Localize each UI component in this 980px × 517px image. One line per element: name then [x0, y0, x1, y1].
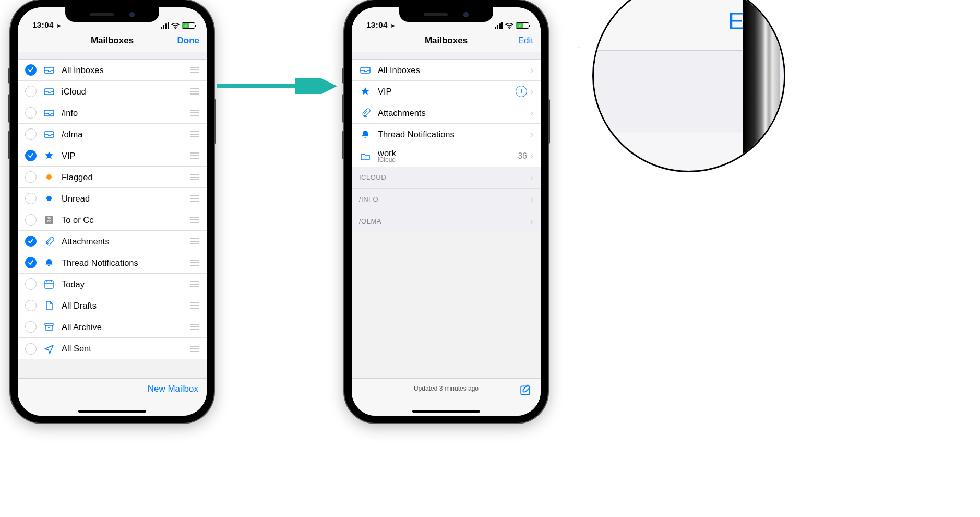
paperclip-icon	[43, 236, 55, 246]
reorder-handle[interactable]	[188, 302, 199, 309]
send-icon	[43, 344, 55, 354]
section-label: /INFO	[359, 195, 378, 203]
chevron-icon: ›	[530, 108, 533, 119]
checkbox[interactable]	[25, 300, 37, 311]
mailbox-row[interactable]: VIPi›	[352, 81, 541, 102]
reorder-handle[interactable]	[188, 217, 199, 223]
reorder-handle[interactable]	[188, 131, 199, 137]
mailbox-row[interactable]: Attachments›	[352, 102, 541, 124]
checkbox[interactable]	[25, 86, 37, 97]
account-section[interactable]: /OLMA›	[352, 210, 541, 232]
doc-icon	[43, 300, 55, 311]
mailbox-edit-row[interactable]: To or Cc	[18, 209, 207, 231]
account-sections: ICLOUD›/INFO›/OLMA›	[352, 167, 541, 232]
mailbox-edit-row[interactable]: All Archive	[18, 316, 207, 338]
checkbox[interactable]	[25, 278, 37, 290]
info-button[interactable]: i	[516, 86, 527, 97]
row-label: Today	[62, 279, 188, 289]
reorder-handle[interactable]	[188, 195, 199, 202]
toolbar: New Mailbox	[18, 378, 207, 416]
mailbox-edit-list: All InboxesiCloud/info/olmaVIPFlaggedUnr…	[18, 60, 207, 359]
row-label: Thread Notifications	[378, 130, 527, 139]
reorder-handle[interactable]	[188, 152, 199, 159]
svg-line-8	[578, 47, 581, 48]
transition-arrow	[217, 78, 337, 94]
edit-button[interactable]: Edit	[518, 36, 533, 46]
reorder-handle[interactable]	[188, 324, 199, 330]
mailbox-edit-row[interactable]: Today	[18, 274, 207, 295]
mailbox-row[interactable]: workiCloud36›	[352, 145, 541, 167]
notch	[399, 7, 493, 22]
account-section[interactable]: ICLOUD›	[352, 167, 541, 189]
mailbox-edit-row[interactable]: All Sent	[18, 338, 207, 359]
checkbox[interactable]	[25, 257, 37, 268]
mailbox-edit-row[interactable]: VIP	[18, 145, 207, 167]
compose-button[interactable]	[520, 384, 532, 399]
row-label: Flagged	[62, 172, 188, 182]
checkbox[interactable]	[25, 236, 37, 247]
chevron-icon: ›	[530, 129, 533, 140]
mailbox-edit-row[interactable]: All Inboxes	[18, 60, 207, 81]
wifi-icon	[171, 22, 180, 29]
reorder-handle[interactable]	[188, 174, 199, 180]
battery-icon: ⚡	[516, 22, 529, 29]
reorder-handle[interactable]	[188, 67, 199, 73]
reorder-handle[interactable]	[188, 260, 199, 266]
checkbox[interactable]	[25, 150, 37, 161]
inbox-icon	[43, 65, 55, 75]
row-label: /olma	[62, 130, 188, 139]
nav-bar: Mailboxes Edit	[352, 29, 541, 52]
checkbox[interactable]	[25, 128, 37, 140]
row-label: VIP	[378, 87, 516, 97]
chevron-icon: ›	[530, 217, 533, 226]
checkbox[interactable]	[25, 193, 37, 204]
star-icon	[359, 86, 372, 97]
checkbox[interactable]	[25, 107, 37, 119]
mailbox-edit-row[interactable]: Flagged	[18, 167, 207, 188]
row-label: Attachments	[378, 108, 527, 118]
chevron-icon: ›	[530, 86, 533, 97]
mailbox-edit-row[interactable]: All Drafts	[18, 295, 207, 316]
mailbox-edit-row[interactable]: Thread Notifications	[18, 252, 207, 274]
mailbox-row[interactable]: Thread Notifications›	[352, 124, 541, 145]
mailbox-row[interactable]: All Inboxes›	[352, 60, 541, 81]
bell-icon	[43, 257, 55, 268]
checkbox[interactable]	[25, 214, 37, 226]
row-label: All Drafts	[62, 301, 188, 311]
checkbox[interactable]	[25, 64, 37, 76]
row-label: All Archive	[62, 322, 188, 332]
home-indicator	[412, 410, 480, 413]
status-time: 13:04 ➤	[366, 20, 395, 29]
chevron-icon: ›	[530, 195, 533, 204]
account-section[interactable]: /INFO›	[352, 189, 541, 210]
reorder-handle[interactable]	[188, 346, 199, 352]
checkbox[interactable]	[25, 171, 37, 183]
reorder-handle[interactable]	[188, 110, 199, 116]
updated-text: Updated 3 minutes ago	[414, 385, 479, 392]
reorder-handle[interactable]	[188, 238, 199, 244]
mailbox-edit-row[interactable]: /info	[18, 102, 207, 124]
bell-icon	[359, 129, 372, 139]
battery-icon: ⚡	[182, 22, 195, 29]
checkbox[interactable]	[25, 343, 37, 355]
mailbox-edit-row[interactable]: Unread	[18, 188, 207, 209]
cellular-icon	[161, 22, 170, 29]
done-button[interactable]: Done	[177, 36, 200, 46]
nav-bar: Mailboxes Done	[18, 29, 207, 52]
row-label: VIP	[62, 151, 188, 161]
new-mailbox-button[interactable]: New Mailbox	[148, 384, 198, 394]
notch	[65, 7, 159, 22]
chevron-icon: ›	[530, 65, 533, 76]
reorder-handle[interactable]	[188, 281, 199, 287]
mailbox-edit-row[interactable]: iCloud	[18, 81, 207, 102]
calendar-icon	[43, 279, 55, 289]
row-label: To or Cc	[62, 215, 188, 225]
checkbox[interactable]	[25, 321, 37, 333]
status-time: 13:04 ➤	[32, 20, 61, 29]
row-label: Attachments	[62, 237, 188, 246]
mailbox-edit-row[interactable]: Attachments	[18, 231, 207, 252]
row-sublabel: iCloud	[378, 157, 518, 163]
reorder-handle[interactable]	[188, 88, 199, 95]
mailbox-edit-row[interactable]: /olma	[18, 124, 207, 145]
home-indicator	[78, 410, 146, 413]
